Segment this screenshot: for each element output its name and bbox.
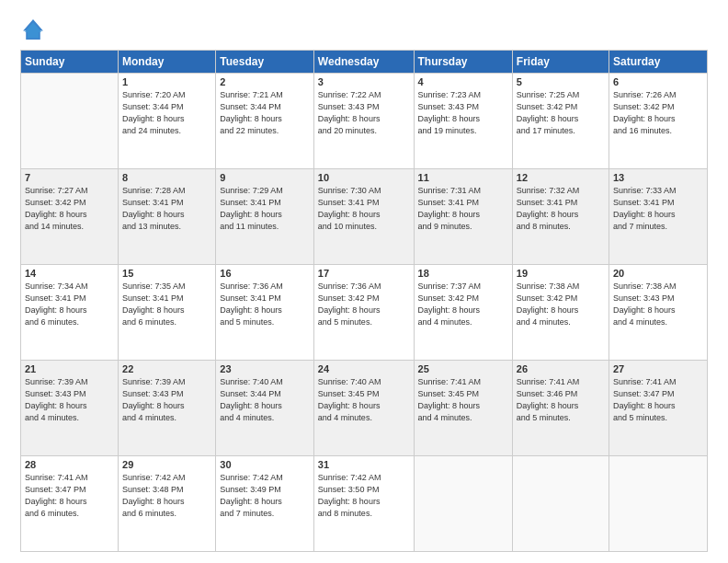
calendar-cell: 29Sunrise: 7:42 AM Sunset: 3:48 PM Dayli…	[119, 456, 216, 552]
day-number: 9	[220, 172, 310, 183]
day-info: Sunrise: 7:36 AM Sunset: 3:42 PM Dayligh…	[318, 281, 410, 328]
calendar-cell: 9Sunrise: 7:29 AM Sunset: 3:41 PM Daylig…	[216, 169, 314, 265]
day-info: Sunrise: 7:34 AM Sunset: 3:41 PM Dayligh…	[25, 281, 114, 328]
day-info: Sunrise: 7:37 AM Sunset: 3:42 PM Dayligh…	[418, 281, 508, 328]
calendar-cell: 10Sunrise: 7:30 AM Sunset: 3:41 PM Dayli…	[313, 169, 414, 265]
day-info: Sunrise: 7:22 AM Sunset: 3:43 PM Dayligh…	[318, 89, 410, 137]
calendar-cell: 4Sunrise: 7:23 AM Sunset: 3:43 PM Daylig…	[414, 74, 512, 169]
day-info: Sunrise: 7:32 AM Sunset: 3:41 PM Dayligh…	[517, 185, 605, 233]
day-info: Sunrise: 7:21 AM Sunset: 3:44 PM Dayligh…	[220, 89, 310, 137]
day-number: 27	[613, 363, 703, 374]
calendar-cell: 8Sunrise: 7:28 AM Sunset: 3:41 PM Daylig…	[119, 169, 216, 265]
calendar-cell: 17Sunrise: 7:36 AM Sunset: 3:42 PM Dayli…	[313, 265, 414, 361]
day-info: Sunrise: 7:41 AM Sunset: 3:45 PM Dayligh…	[418, 376, 508, 424]
calendar-cell: 5Sunrise: 7:25 AM Sunset: 3:42 PM Daylig…	[512, 74, 609, 169]
day-info: Sunrise: 7:40 AM Sunset: 3:45 PM Dayligh…	[318, 376, 410, 424]
calendar-cell: 23Sunrise: 7:40 AM Sunset: 3:44 PM Dayli…	[216, 361, 314, 456]
calendar-cell: 14Sunrise: 7:34 AM Sunset: 3:41 PM Dayli…	[21, 265, 119, 361]
day-number: 11	[418, 172, 508, 183]
calendar-cell: 20Sunrise: 7:38 AM Sunset: 3:43 PM Dayli…	[609, 265, 708, 361]
day-number: 28	[25, 459, 114, 470]
day-number: 26	[517, 363, 605, 374]
logo	[20, 17, 50, 42]
day-number: 10	[318, 172, 410, 183]
day-info: Sunrise: 7:36 AM Sunset: 3:41 PM Dayligh…	[220, 281, 310, 328]
day-info: Sunrise: 7:26 AM Sunset: 3:42 PM Dayligh…	[613, 89, 703, 137]
day-info: Sunrise: 7:39 AM Sunset: 3:43 PM Dayligh…	[25, 376, 114, 424]
day-info: Sunrise: 7:41 AM Sunset: 3:47 PM Dayligh…	[25, 472, 114, 520]
day-info: Sunrise: 7:33 AM Sunset: 3:41 PM Dayligh…	[613, 185, 703, 233]
week-row-4: 21Sunrise: 7:39 AM Sunset: 3:43 PM Dayli…	[21, 361, 708, 456]
day-number: 21	[25, 363, 114, 374]
calendar-cell: 31Sunrise: 7:42 AM Sunset: 3:50 PM Dayli…	[313, 456, 414, 552]
day-number: 16	[220, 268, 310, 279]
weekday-header-tuesday: Tuesday	[216, 51, 314, 74]
day-info: Sunrise: 7:29 AM Sunset: 3:41 PM Dayligh…	[220, 185, 310, 233]
calendar-cell: 2Sunrise: 7:21 AM Sunset: 3:44 PM Daylig…	[216, 74, 314, 169]
day-number: 20	[613, 268, 703, 279]
day-info: Sunrise: 7:38 AM Sunset: 3:43 PM Dayligh…	[613, 281, 703, 328]
weekday-header-thursday: Thursday	[414, 51, 512, 74]
day-number: 3	[318, 76, 410, 87]
day-number: 22	[122, 363, 211, 374]
day-number: 30	[220, 459, 310, 470]
calendar-page: SundayMondayTuesdayWednesdayThursdayFrid…	[0, 0, 728, 563]
day-number: 4	[418, 76, 508, 87]
day-number: 19	[517, 268, 605, 279]
day-info: Sunrise: 7:27 AM Sunset: 3:42 PM Dayligh…	[25, 185, 114, 233]
day-number: 18	[418, 268, 508, 279]
day-info: Sunrise: 7:31 AM Sunset: 3:41 PM Dayligh…	[418, 185, 508, 233]
day-info: Sunrise: 7:42 AM Sunset: 3:50 PM Dayligh…	[318, 472, 410, 520]
day-info: Sunrise: 7:42 AM Sunset: 3:48 PM Dayligh…	[122, 472, 211, 520]
calendar-cell: 26Sunrise: 7:41 AM Sunset: 3:46 PM Dayli…	[512, 361, 609, 456]
calendar-cell: 21Sunrise: 7:39 AM Sunset: 3:43 PM Dayli…	[21, 361, 119, 456]
day-info: Sunrise: 7:38 AM Sunset: 3:42 PM Dayligh…	[517, 281, 605, 328]
day-info: Sunrise: 7:40 AM Sunset: 3:44 PM Dayligh…	[220, 376, 310, 424]
calendar-cell: 24Sunrise: 7:40 AM Sunset: 3:45 PM Dayli…	[313, 361, 414, 456]
day-number: 13	[613, 172, 703, 183]
calendar-cell: 3Sunrise: 7:22 AM Sunset: 3:43 PM Daylig…	[313, 74, 414, 169]
day-number: 2	[220, 76, 310, 87]
day-info: Sunrise: 7:20 AM Sunset: 3:44 PM Dayligh…	[122, 89, 211, 137]
weekday-header-saturday: Saturday	[609, 51, 708, 74]
week-row-2: 7Sunrise: 7:27 AM Sunset: 3:42 PM Daylig…	[21, 169, 708, 265]
logo-icon	[20, 17, 46, 42]
day-number: 25	[418, 363, 508, 374]
week-row-5: 28Sunrise: 7:41 AM Sunset: 3:47 PM Dayli…	[21, 456, 708, 552]
day-info: Sunrise: 7:23 AM Sunset: 3:43 PM Dayligh…	[418, 89, 508, 137]
weekday-header-sunday: Sunday	[21, 51, 119, 74]
day-info: Sunrise: 7:39 AM Sunset: 3:43 PM Dayligh…	[122, 376, 211, 424]
day-info: Sunrise: 7:30 AM Sunset: 3:41 PM Dayligh…	[318, 185, 410, 233]
day-info: Sunrise: 7:41 AM Sunset: 3:47 PM Dayligh…	[613, 376, 703, 424]
day-info: Sunrise: 7:25 AM Sunset: 3:42 PM Dayligh…	[517, 89, 605, 137]
day-number: 23	[220, 363, 310, 374]
day-number: 14	[25, 268, 114, 279]
day-info: Sunrise: 7:28 AM Sunset: 3:41 PM Dayligh…	[122, 185, 211, 233]
week-row-3: 14Sunrise: 7:34 AM Sunset: 3:41 PM Dayli…	[21, 265, 708, 361]
calendar-cell: 22Sunrise: 7:39 AM Sunset: 3:43 PM Dayli…	[119, 361, 216, 456]
calendar-cell: 16Sunrise: 7:36 AM Sunset: 3:41 PM Dayli…	[216, 265, 314, 361]
weekday-header-monday: Monday	[119, 51, 216, 74]
calendar-cell: 27Sunrise: 7:41 AM Sunset: 3:47 PM Dayli…	[609, 361, 708, 456]
calendar-cell	[414, 456, 512, 552]
weekday-header-friday: Friday	[512, 51, 609, 74]
day-number: 31	[318, 459, 410, 470]
day-number: 17	[318, 268, 410, 279]
calendar-table: SundayMondayTuesdayWednesdayThursdayFrid…	[20, 50, 708, 552]
calendar-cell: 1Sunrise: 7:20 AM Sunset: 3:44 PM Daylig…	[119, 74, 216, 169]
day-number: 7	[25, 172, 114, 183]
day-number: 24	[318, 363, 410, 374]
calendar-cell: 30Sunrise: 7:42 AM Sunset: 3:49 PM Dayli…	[216, 456, 314, 552]
day-info: Sunrise: 7:41 AM Sunset: 3:46 PM Dayligh…	[517, 376, 605, 424]
calendar-cell: 25Sunrise: 7:41 AM Sunset: 3:45 PM Dayli…	[414, 361, 512, 456]
calendar-cell: 15Sunrise: 7:35 AM Sunset: 3:41 PM Dayli…	[119, 265, 216, 361]
day-number: 15	[122, 268, 211, 279]
calendar-cell: 7Sunrise: 7:27 AM Sunset: 3:42 PM Daylig…	[21, 169, 119, 265]
calendar-cell: 18Sunrise: 7:37 AM Sunset: 3:42 PM Dayli…	[414, 265, 512, 361]
header	[20, 17, 708, 42]
week-row-1: 1Sunrise: 7:20 AM Sunset: 3:44 PM Daylig…	[21, 74, 708, 169]
day-number: 1	[122, 76, 211, 87]
calendar-cell: 11Sunrise: 7:31 AM Sunset: 3:41 PM Dayli…	[414, 169, 512, 265]
calendar-cell	[609, 456, 708, 552]
calendar-cell: 19Sunrise: 7:38 AM Sunset: 3:42 PM Dayli…	[512, 265, 609, 361]
